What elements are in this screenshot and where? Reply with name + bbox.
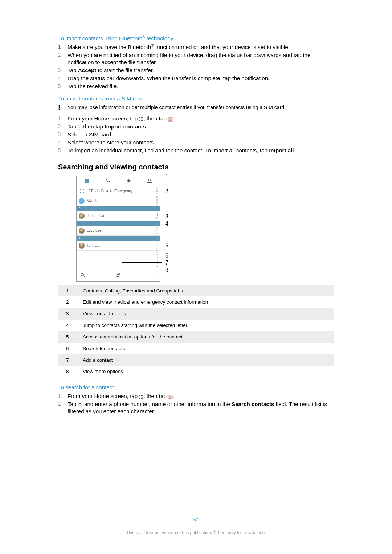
svg-rect-14	[85, 179, 88, 183]
callout-4: 4	[165, 220, 168, 227]
list-item: 3Select a SIM card.	[58, 131, 334, 138]
copyright-text: This is an Internet version of this publ…	[0, 530, 392, 536]
callout-2: 2	[165, 188, 168, 195]
more-options-icon[interactable]	[151, 272, 156, 279]
heading-searching-viewing: Searching and viewing contacts	[58, 162, 334, 172]
svg-point-23	[154, 273, 154, 274]
tab-groups[interactable]	[139, 176, 160, 186]
avatar-icon	[79, 213, 85, 219]
section-header-l: L	[77, 221, 160, 226]
list-item: 4Drag the status bar downwards. When the…	[58, 75, 334, 82]
bottom-toolbar	[77, 270, 160, 281]
svg-point-34	[142, 398, 143, 398]
list-item: 1From your Home screen, tap , then tap .	[58, 393, 334, 400]
add-contact-icon[interactable]	[116, 272, 121, 279]
svg-point-30	[140, 396, 141, 397]
callout-8: 8	[165, 266, 168, 274]
svg-point-13	[78, 129, 79, 130]
tab-contacts[interactable]	[77, 176, 98, 186]
svg-point-27	[140, 395, 141, 396]
legend-row: 3View contact details	[58, 308, 334, 320]
callout-7: 7	[165, 259, 168, 267]
legend-row: 6Search for contacts	[58, 343, 334, 354]
svg-point-19	[150, 179, 151, 181]
tab-calling[interactable]	[98, 176, 119, 186]
legend-row: 4Jump to contacts starting with the sele…	[58, 320, 334, 331]
callout-1: 1	[165, 173, 168, 180]
row-contact-tom[interactable]: Tom Liu	[77, 241, 160, 251]
svg-rect-16	[89, 180, 89, 181]
row-myself[interactable]: Myself	[77, 196, 160, 206]
svg-point-29	[139, 396, 140, 397]
note-sim-warning: ! You may lose information or get multip…	[58, 104, 334, 111]
heading-import-sim: To import contacts from a SIM card	[58, 95, 334, 102]
avatar-icon	[79, 228, 85, 234]
more-icon	[78, 124, 80, 130]
svg-point-4	[140, 119, 141, 119]
svg-point-6	[139, 120, 140, 121]
svg-point-18	[148, 179, 150, 181]
list-item: 5Tap the received file.	[58, 83, 334, 90]
contacts-icon	[168, 394, 173, 399]
row-contact-lucy[interactable]: Lucy Lee	[77, 226, 160, 236]
list-item: 1From your Home screen, tap , then tap .	[58, 115, 334, 122]
svg-point-3	[139, 119, 140, 119]
list-item: 2Tap , then tap Import contacts.	[58, 123, 334, 130]
svg-rect-17	[89, 182, 89, 182]
heading-import-bluetooth: To import contacts using Bluetooth® tech…	[58, 35, 334, 42]
legend-row: 7Add a contact	[58, 354, 334, 366]
row-ice[interactable]: ICE - In Case of Emergency	[77, 186, 160, 196]
apps-icon	[139, 116, 144, 122]
search-icon[interactable]	[80, 272, 85, 279]
list-search-contact: 1From your Home screen, tap , then tap .…	[58, 393, 334, 415]
callout-5: 5	[165, 242, 168, 249]
search-icon	[78, 402, 83, 407]
list-item: 2When you are notified of an incoming fi…	[58, 52, 334, 66]
list-item: 4Select where to store your contacts.	[58, 139, 334, 146]
svg-point-0	[139, 117, 140, 118]
svg-point-26	[139, 395, 140, 396]
list-item: 5To import an individual contact, find a…	[58, 147, 334, 154]
svg-point-24	[154, 275, 154, 275]
svg-point-20	[81, 273, 83, 276]
list-item: 1Make sure you have the Bluetooth® funct…	[58, 44, 334, 51]
contacts-icon	[168, 116, 173, 122]
svg-rect-15	[89, 179, 89, 180]
apps-icon	[139, 394, 144, 399]
legend-row: 8View more options	[58, 366, 334, 377]
svg-point-28	[142, 395, 143, 396]
callout-6: 6	[165, 252, 168, 259]
contacts-screenshot: ICE - In Case of Emergency Myself J Jame…	[76, 176, 214, 282]
svg-point-32	[139, 398, 140, 398]
svg-point-22	[117, 273, 119, 275]
list-item: 2Tap and enter a phone number, name or o…	[58, 401, 334, 415]
tabs-row	[77, 176, 160, 186]
ice-icon	[79, 188, 85, 194]
section-header-j: J	[77, 206, 160, 211]
svg-point-7	[140, 120, 141, 121]
svg-line-21	[83, 276, 85, 277]
svg-point-31	[142, 396, 143, 397]
svg-point-12	[78, 127, 79, 128]
svg-point-1	[140, 117, 141, 118]
warning-icon: !	[58, 104, 68, 111]
alphabet-index[interactable]: ABCDEFGHIJKLMNOPQRSTUVWXYZ#	[155, 187, 159, 269]
callout-legend: 1Contacts, Calling, Favourites and Group…	[58, 285, 334, 378]
list-import-sim: 1From your Home screen, tap , then tap .…	[58, 115, 334, 154]
heading-search-contact: To search for a contact	[58, 384, 334, 391]
legend-row: 2Edit and view medical and emergency con…	[58, 296, 334, 308]
callout-3: 3	[165, 213, 168, 220]
list-import-bluetooth: 1Make sure you have the Bluetooth® funct…	[58, 44, 334, 90]
avatar-icon	[79, 198, 85, 204]
svg-point-37	[79, 403, 81, 406]
svg-point-36	[169, 396, 171, 398]
svg-point-5	[142, 119, 143, 119]
svg-point-2	[142, 117, 143, 118]
svg-point-11	[78, 125, 79, 126]
page-number: 52	[0, 517, 392, 523]
section-header-t: T	[77, 236, 160, 241]
svg-point-10	[169, 118, 171, 120]
svg-point-33	[140, 398, 141, 398]
svg-point-25	[154, 276, 154, 277]
avatar-icon	[79, 243, 85, 249]
